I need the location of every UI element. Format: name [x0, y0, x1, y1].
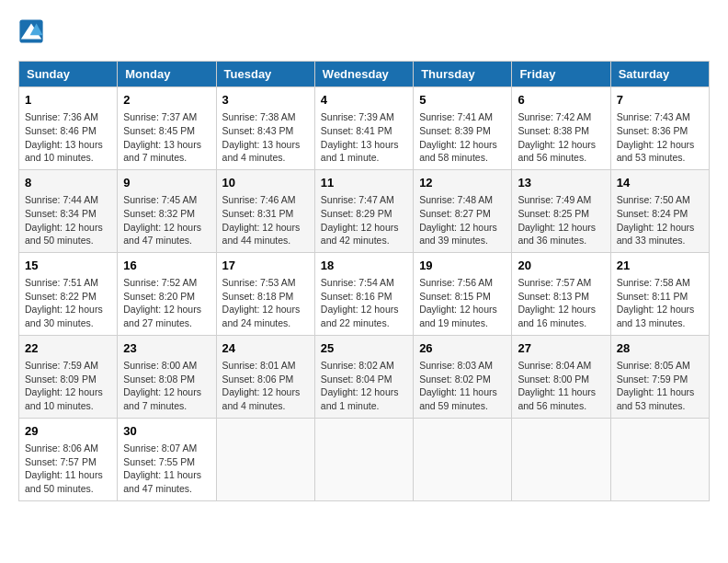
day-info: Daylight: 13 hours and 1 minute. — [321, 138, 407, 165]
calendar-cell: 13Sunrise: 7:49 AMSunset: 8:25 PMDayligh… — [512, 169, 610, 252]
day-number: 2 — [123, 92, 210, 109]
day-info: Sunrise: 8:05 AM — [617, 359, 703, 373]
day-info: Sunset: 8:25 PM — [518, 207, 604, 221]
day-info: Sunrise: 7:56 AM — [419, 276, 506, 290]
day-info: Sunrise: 8:00 AM — [123, 359, 210, 373]
calendar-cell: 11Sunrise: 7:47 AMSunset: 8:29 PMDayligh… — [314, 169, 413, 252]
day-number: 5 — [419, 92, 506, 109]
day-info: Sunrise: 7:54 AM — [321, 276, 407, 290]
logo-icon — [18, 18, 44, 44]
day-info: Sunrise: 8:06 AM — [25, 442, 111, 455]
day-info: Sunset: 8:00 PM — [518, 373, 604, 386]
day-info: Sunset: 8:46 PM — [25, 124, 111, 138]
day-info: Sunrise: 7:50 AM — [617, 193, 703, 207]
day-info: Daylight: 11 hours and 50 minutes. — [25, 468, 111, 495]
day-info: Daylight: 13 hours and 10 minutes. — [25, 138, 111, 165]
day-info: Sunset: 8:43 PM — [222, 124, 309, 138]
calendar-cell — [414, 418, 512, 500]
day-info: Sunrise: 7:49 AM — [518, 193, 604, 207]
calendar-cell: 23Sunrise: 8:00 AMSunset: 8:08 PMDayligh… — [118, 335, 216, 418]
day-info: Sunset: 7:55 PM — [123, 455, 210, 469]
day-number: 9 — [123, 175, 210, 191]
day-info: Sunset: 8:04 PM — [321, 373, 407, 386]
calendar-cell: 22Sunrise: 7:59 AMSunset: 8:09 PMDayligh… — [19, 335, 118, 418]
calendar-cell: 5Sunrise: 7:41 AMSunset: 8:39 PMDaylight… — [414, 87, 512, 170]
day-info: Sunset: 8:06 PM — [222, 373, 309, 386]
day-of-week-header: Saturday — [610, 62, 709, 87]
calendar-cell: 26Sunrise: 8:03 AMSunset: 8:02 PMDayligh… — [414, 335, 512, 418]
day-info: Sunrise: 8:07 AM — [123, 442, 210, 455]
calendar-cell: 16Sunrise: 7:52 AMSunset: 8:20 PMDayligh… — [118, 252, 216, 335]
day-of-week-header: Friday — [512, 62, 610, 87]
calendar-cell — [610, 418, 709, 500]
day-info: Daylight: 12 hours and 50 minutes. — [25, 221, 111, 247]
day-info: Sunset: 8:13 PM — [518, 290, 604, 304]
day-number: 6 — [518, 92, 604, 109]
calendar-cell: 10Sunrise: 7:46 AMSunset: 8:31 PMDayligh… — [216, 169, 314, 252]
day-number: 1 — [25, 92, 111, 109]
day-info: Sunrise: 7:59 AM — [25, 359, 111, 373]
day-number: 24 — [222, 340, 309, 357]
day-number: 18 — [321, 258, 407, 274]
day-info: Daylight: 12 hours and 36 minutes. — [518, 221, 604, 247]
calendar-cell — [216, 418, 314, 500]
calendar-cell: 20Sunrise: 7:57 AMSunset: 8:13 PMDayligh… — [512, 252, 610, 335]
day-info: Daylight: 12 hours and 4 minutes. — [222, 385, 309, 412]
calendar-cell — [314, 418, 413, 500]
calendar-table: SundayMondayTuesdayWednesdayThursdayFrid… — [18, 61, 710, 501]
day-info: Sunrise: 7:38 AM — [222, 110, 309, 124]
day-info: Sunset: 8:36 PM — [617, 124, 703, 138]
calendar-cell: 18Sunrise: 7:54 AMSunset: 8:16 PMDayligh… — [314, 252, 413, 335]
day-number: 22 — [25, 340, 111, 357]
day-number: 21 — [617, 258, 703, 274]
day-number: 14 — [617, 175, 703, 191]
day-info: Daylight: 12 hours and 16 minutes. — [518, 303, 604, 329]
day-info: Sunset: 7:57 PM — [25, 455, 111, 469]
day-info: Sunset: 8:16 PM — [321, 290, 407, 304]
day-info: Daylight: 12 hours and 39 minutes. — [419, 221, 506, 247]
calendar-cell: 6Sunrise: 7:42 AMSunset: 8:38 PMDaylight… — [512, 87, 610, 170]
day-info: Sunset: 8:11 PM — [617, 290, 703, 304]
day-info: Sunrise: 7:36 AM — [25, 110, 111, 124]
day-number: 12 — [419, 175, 506, 191]
day-info: Sunset: 8:24 PM — [617, 207, 703, 221]
day-number: 27 — [518, 340, 604, 357]
day-info: Daylight: 12 hours and 10 minutes. — [25, 385, 111, 412]
day-of-week-header: Tuesday — [216, 62, 314, 87]
calendar-cell: 17Sunrise: 7:53 AMSunset: 8:18 PMDayligh… — [216, 252, 314, 335]
day-info: Sunset: 8:22 PM — [25, 290, 111, 304]
day-number: 8 — [25, 175, 111, 191]
calendar-cell: 15Sunrise: 7:51 AMSunset: 8:22 PMDayligh… — [19, 252, 118, 335]
calendar-cell — [512, 418, 610, 500]
day-info: Sunset: 8:38 PM — [518, 124, 604, 138]
calendar-cell: 2Sunrise: 7:37 AMSunset: 8:45 PMDaylight… — [118, 87, 216, 170]
day-info: Sunrise: 7:37 AM — [123, 110, 210, 124]
day-number: 15 — [25, 258, 111, 274]
day-number: 23 — [123, 340, 210, 357]
calendar-cell: 12Sunrise: 7:48 AMSunset: 8:27 PMDayligh… — [414, 169, 512, 252]
day-number: 13 — [518, 175, 604, 191]
day-info: Daylight: 11 hours and 47 minutes. — [123, 468, 210, 495]
calendar-cell: 19Sunrise: 7:56 AMSunset: 8:15 PMDayligh… — [414, 252, 512, 335]
day-info: Daylight: 12 hours and 53 minutes. — [617, 138, 703, 165]
day-info: Sunrise: 7:45 AM — [123, 193, 210, 207]
calendar-cell: 14Sunrise: 7:50 AMSunset: 8:24 PMDayligh… — [610, 169, 709, 252]
day-info: Sunset: 8:27 PM — [419, 207, 506, 221]
day-number: 11 — [321, 175, 407, 191]
day-info: Sunrise: 7:43 AM — [617, 110, 703, 124]
day-info: Daylight: 12 hours and 27 minutes. — [123, 303, 210, 329]
day-number: 25 — [321, 340, 407, 357]
day-info: Daylight: 12 hours and 42 minutes. — [321, 221, 407, 247]
calendar-cell: 3Sunrise: 7:38 AMSunset: 8:43 PMDaylight… — [216, 87, 314, 170]
day-info: Sunset: 8:20 PM — [123, 290, 210, 304]
day-info: Sunset: 8:34 PM — [25, 207, 111, 221]
day-number: 3 — [222, 92, 309, 109]
day-number: 30 — [123, 423, 210, 440]
calendar-cell: 29Sunrise: 8:06 AMSunset: 7:57 PMDayligh… — [19, 418, 118, 500]
day-info: Sunset: 8:41 PM — [321, 124, 407, 138]
day-info: Daylight: 11 hours and 59 minutes. — [419, 385, 506, 412]
day-number: 19 — [419, 258, 506, 274]
day-info: Daylight: 13 hours and 4 minutes. — [222, 138, 309, 165]
day-info: Daylight: 11 hours and 53 minutes. — [617, 385, 703, 412]
day-info: Sunrise: 8:03 AM — [419, 359, 506, 373]
